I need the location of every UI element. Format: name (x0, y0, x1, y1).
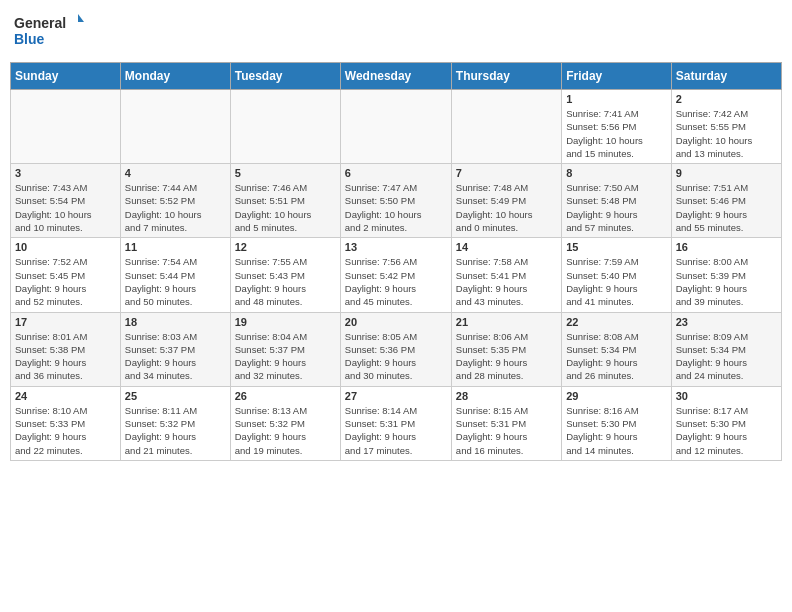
calendar-day-cell (230, 90, 340, 164)
calendar-day-cell: 27Sunrise: 8:14 AM Sunset: 5:31 PM Dayli… (340, 386, 451, 460)
svg-text:General: General (14, 15, 66, 31)
calendar-day-cell: 7Sunrise: 7:48 AM Sunset: 5:49 PM Daylig… (451, 164, 561, 238)
day-number: 2 (676, 93, 777, 105)
day-number: 16 (676, 241, 777, 253)
day-info: Sunrise: 8:14 AM Sunset: 5:31 PM Dayligh… (345, 404, 447, 457)
calendar-table: SundayMondayTuesdayWednesdayThursdayFrid… (10, 62, 782, 461)
calendar-day-cell: 9Sunrise: 7:51 AM Sunset: 5:46 PM Daylig… (671, 164, 781, 238)
calendar-day-cell (120, 90, 230, 164)
calendar-day-cell (11, 90, 121, 164)
calendar-day-cell: 3Sunrise: 7:43 AM Sunset: 5:54 PM Daylig… (11, 164, 121, 238)
calendar-day-cell: 20Sunrise: 8:05 AM Sunset: 5:36 PM Dayli… (340, 312, 451, 386)
day-number: 8 (566, 167, 666, 179)
day-number: 17 (15, 316, 116, 328)
day-info: Sunrise: 7:48 AM Sunset: 5:49 PM Dayligh… (456, 181, 557, 234)
calendar-day-cell: 6Sunrise: 7:47 AM Sunset: 5:50 PM Daylig… (340, 164, 451, 238)
calendar-day-cell: 1Sunrise: 7:41 AM Sunset: 5:56 PM Daylig… (562, 90, 671, 164)
day-number: 1 (566, 93, 666, 105)
calendar-day-cell: 24Sunrise: 8:10 AM Sunset: 5:33 PM Dayli… (11, 386, 121, 460)
day-info: Sunrise: 8:11 AM Sunset: 5:32 PM Dayligh… (125, 404, 226, 457)
calendar-header-sunday: Sunday (11, 63, 121, 90)
calendar-day-cell: 4Sunrise: 7:44 AM Sunset: 5:52 PM Daylig… (120, 164, 230, 238)
calendar-day-cell: 21Sunrise: 8:06 AM Sunset: 5:35 PM Dayli… (451, 312, 561, 386)
calendar-day-cell: 16Sunrise: 8:00 AM Sunset: 5:39 PM Dayli… (671, 238, 781, 312)
calendar-week-row: 24Sunrise: 8:10 AM Sunset: 5:33 PM Dayli… (11, 386, 782, 460)
day-number: 18 (125, 316, 226, 328)
day-info: Sunrise: 7:56 AM Sunset: 5:42 PM Dayligh… (345, 255, 447, 308)
day-number: 26 (235, 390, 336, 402)
day-info: Sunrise: 7:47 AM Sunset: 5:50 PM Dayligh… (345, 181, 447, 234)
calendar-week-row: 17Sunrise: 8:01 AM Sunset: 5:38 PM Dayli… (11, 312, 782, 386)
day-number: 23 (676, 316, 777, 328)
day-number: 6 (345, 167, 447, 179)
day-info: Sunrise: 8:08 AM Sunset: 5:34 PM Dayligh… (566, 330, 666, 383)
day-info: Sunrise: 7:55 AM Sunset: 5:43 PM Dayligh… (235, 255, 336, 308)
day-info: Sunrise: 8:05 AM Sunset: 5:36 PM Dayligh… (345, 330, 447, 383)
calendar-day-cell: 13Sunrise: 7:56 AM Sunset: 5:42 PM Dayli… (340, 238, 451, 312)
calendar-day-cell: 5Sunrise: 7:46 AM Sunset: 5:51 PM Daylig… (230, 164, 340, 238)
calendar-day-cell: 15Sunrise: 7:59 AM Sunset: 5:40 PM Dayli… (562, 238, 671, 312)
calendar-day-cell: 14Sunrise: 7:58 AM Sunset: 5:41 PM Dayli… (451, 238, 561, 312)
day-info: Sunrise: 8:16 AM Sunset: 5:30 PM Dayligh… (566, 404, 666, 457)
day-info: Sunrise: 8:06 AM Sunset: 5:35 PM Dayligh… (456, 330, 557, 383)
calendar-header-thursday: Thursday (451, 63, 561, 90)
day-info: Sunrise: 8:04 AM Sunset: 5:37 PM Dayligh… (235, 330, 336, 383)
day-number: 11 (125, 241, 226, 253)
day-info: Sunrise: 8:13 AM Sunset: 5:32 PM Dayligh… (235, 404, 336, 457)
day-info: Sunrise: 7:59 AM Sunset: 5:40 PM Dayligh… (566, 255, 666, 308)
day-info: Sunrise: 8:09 AM Sunset: 5:34 PM Dayligh… (676, 330, 777, 383)
day-info: Sunrise: 8:15 AM Sunset: 5:31 PM Dayligh… (456, 404, 557, 457)
calendar-day-cell: 30Sunrise: 8:17 AM Sunset: 5:30 PM Dayli… (671, 386, 781, 460)
calendar-day-cell: 28Sunrise: 8:15 AM Sunset: 5:31 PM Dayli… (451, 386, 561, 460)
calendar-day-cell: 25Sunrise: 8:11 AM Sunset: 5:32 PM Dayli… (120, 386, 230, 460)
day-number: 21 (456, 316, 557, 328)
day-number: 28 (456, 390, 557, 402)
calendar-day-cell: 11Sunrise: 7:54 AM Sunset: 5:44 PM Dayli… (120, 238, 230, 312)
day-number: 5 (235, 167, 336, 179)
day-info: Sunrise: 7:54 AM Sunset: 5:44 PM Dayligh… (125, 255, 226, 308)
day-info: Sunrise: 7:52 AM Sunset: 5:45 PM Dayligh… (15, 255, 116, 308)
day-number: 13 (345, 241, 447, 253)
calendar-day-cell: 23Sunrise: 8:09 AM Sunset: 5:34 PM Dayli… (671, 312, 781, 386)
day-number: 27 (345, 390, 447, 402)
day-info: Sunrise: 7:51 AM Sunset: 5:46 PM Dayligh… (676, 181, 777, 234)
day-number: 10 (15, 241, 116, 253)
day-info: Sunrise: 7:43 AM Sunset: 5:54 PM Dayligh… (15, 181, 116, 234)
day-info: Sunrise: 8:01 AM Sunset: 5:38 PM Dayligh… (15, 330, 116, 383)
day-number: 29 (566, 390, 666, 402)
day-info: Sunrise: 8:00 AM Sunset: 5:39 PM Dayligh… (676, 255, 777, 308)
day-number: 30 (676, 390, 777, 402)
day-number: 12 (235, 241, 336, 253)
day-number: 14 (456, 241, 557, 253)
calendar-day-cell: 22Sunrise: 8:08 AM Sunset: 5:34 PM Dayli… (562, 312, 671, 386)
day-info: Sunrise: 7:44 AM Sunset: 5:52 PM Dayligh… (125, 181, 226, 234)
day-number: 4 (125, 167, 226, 179)
calendar-header-saturday: Saturday (671, 63, 781, 90)
logo-icon: General Blue (14, 10, 84, 54)
day-number: 20 (345, 316, 447, 328)
calendar-day-cell: 2Sunrise: 7:42 AM Sunset: 5:55 PM Daylig… (671, 90, 781, 164)
calendar-header-tuesday: Tuesday (230, 63, 340, 90)
day-info: Sunrise: 8:10 AM Sunset: 5:33 PM Dayligh… (15, 404, 116, 457)
calendar-header-row: SundayMondayTuesdayWednesdayThursdayFrid… (11, 63, 782, 90)
calendar-header-monday: Monday (120, 63, 230, 90)
calendar-week-row: 1Sunrise: 7:41 AM Sunset: 5:56 PM Daylig… (11, 90, 782, 164)
day-info: Sunrise: 7:50 AM Sunset: 5:48 PM Dayligh… (566, 181, 666, 234)
day-number: 22 (566, 316, 666, 328)
calendar-day-cell: 17Sunrise: 8:01 AM Sunset: 5:38 PM Dayli… (11, 312, 121, 386)
calendar-day-cell: 10Sunrise: 7:52 AM Sunset: 5:45 PM Dayli… (11, 238, 121, 312)
calendar-week-row: 3Sunrise: 7:43 AM Sunset: 5:54 PM Daylig… (11, 164, 782, 238)
svg-text:Blue: Blue (14, 31, 45, 47)
calendar-day-cell (451, 90, 561, 164)
calendar-header-friday: Friday (562, 63, 671, 90)
day-number: 3 (15, 167, 116, 179)
svg-marker-1 (78, 14, 84, 22)
calendar-day-cell: 26Sunrise: 8:13 AM Sunset: 5:32 PM Dayli… (230, 386, 340, 460)
calendar-day-cell: 8Sunrise: 7:50 AM Sunset: 5:48 PM Daylig… (562, 164, 671, 238)
calendar-day-cell: 12Sunrise: 7:55 AM Sunset: 5:43 PM Dayli… (230, 238, 340, 312)
calendar-day-cell: 29Sunrise: 8:16 AM Sunset: 5:30 PM Dayli… (562, 386, 671, 460)
logo: General Blue (14, 10, 84, 54)
day-info: Sunrise: 7:46 AM Sunset: 5:51 PM Dayligh… (235, 181, 336, 234)
day-info: Sunrise: 7:41 AM Sunset: 5:56 PM Dayligh… (566, 107, 666, 160)
calendar-day-cell (340, 90, 451, 164)
